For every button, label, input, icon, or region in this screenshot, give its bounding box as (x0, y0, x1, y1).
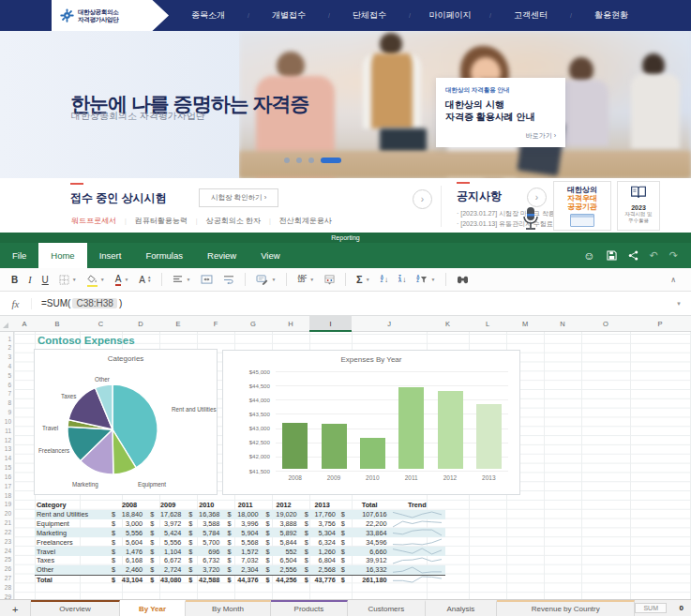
nav-item-0[interactable]: 종목소개 (174, 9, 242, 22)
underline-icon[interactable]: U (42, 275, 49, 285)
column-header-N[interactable]: N (544, 316, 581, 332)
ribbon-tab-view[interactable]: View (248, 243, 292, 268)
exam-link-0[interactable]: 워드프로세서 (71, 216, 116, 226)
row-header-12[interactable]: 12 (0, 437, 11, 443)
row-header-26[interactable]: 26 (0, 565, 11, 572)
exam-link-2[interactable]: 상공회의소 한자 (206, 216, 261, 226)
row-header-1[interactable]: 1 (0, 336, 11, 342)
sort-asc-icon[interactable]: AZ↓ (381, 276, 388, 284)
smiley-icon[interactable]: ☺ (583, 249, 594, 263)
row-header-4[interactable]: 4 (0, 363, 11, 369)
formula-bar-expand-icon[interactable]: ▼ (676, 301, 682, 307)
nav-item-1[interactable]: 개별접수 (255, 9, 323, 22)
add-sheet-button[interactable]: + (0, 600, 31, 616)
row-header-18[interactable]: 18 (0, 492, 11, 499)
row-header-6[interactable]: 6 (0, 382, 11, 388)
nav-item-2[interactable]: 단체접수 (336, 9, 403, 22)
nav-item-3[interactable]: 마이페이지 (416, 9, 484, 22)
sheet-tab-customers[interactable]: Customers (348, 600, 425, 616)
select-all-corner[interactable] (3, 323, 8, 328)
row-header-22[interactable]: 22 (0, 529, 11, 535)
bold-icon[interactable]: B (11, 275, 18, 285)
borders-icon[interactable]: ▼ (59, 275, 77, 285)
carousel-dot[interactable] (308, 158, 314, 163)
sheet-title-cell[interactable]: Contoso Expenses (38, 335, 135, 346)
bar-2012[interactable] (438, 391, 463, 470)
sort-filter-icon[interactable]: AZ▼ (416, 276, 435, 284)
row-header-3[interactable]: 3 (0, 353, 11, 360)
format-grid-icon[interactable] (324, 275, 335, 285)
ribbon-tab-review[interactable]: Review (195, 243, 248, 268)
ribbon-tab-insert[interactable]: Insert (87, 243, 134, 268)
comment-edit-icon[interactable]: ▼ (256, 275, 276, 285)
exam-link-1[interactable]: 컴퓨터활용능력 (135, 216, 188, 226)
autosum-icon[interactable]: Σ▼ (356, 274, 370, 285)
column-header-K[interactable]: K (427, 316, 469, 332)
row-header-17[interactable]: 17 (0, 483, 11, 489)
column-header-B[interactable]: B (35, 316, 80, 332)
carousel-dot[interactable] (296, 158, 302, 163)
collapse-toolbar-icon[interactable]: ∧ (670, 276, 676, 284)
save-icon[interactable] (607, 250, 617, 261)
carousel-dot[interactable] (284, 158, 290, 163)
fill-color-icon[interactable]: ▼ (87, 275, 105, 285)
undo-icon[interactable]: ↶ (650, 249, 658, 262)
row-header-14[interactable]: 14 (0, 455, 11, 461)
table-total-row[interactable]: Total$43,104$43,080$42,588$44,376$44,256… (35, 575, 445, 584)
find-icon[interactable] (457, 275, 469, 285)
table-row[interactable]: Taxes$6,168$6,672$6,732$7,032$6,504$6,80… (35, 556, 445, 565)
align-icon[interactable]: ▼ (173, 275, 190, 284)
row-header-25[interactable]: 25 (0, 556, 11, 563)
font-color-icon[interactable]: A▼ (115, 275, 129, 284)
column-header-A[interactable]: A (14, 316, 35, 332)
row-header-15[interactable]: 15 (0, 464, 11, 471)
row-header-9[interactable]: 9 (0, 409, 11, 415)
row-header-11[interactable]: 11 (0, 428, 11, 434)
nav-item-5[interactable]: 활용현황 (578, 9, 645, 22)
column-header-F[interactable]: F (197, 316, 234, 332)
bar-2008[interactable] (282, 423, 308, 469)
formula-input[interactable]: =SUM( C38:H38 ) (32, 298, 122, 308)
sheet-tab-by-month[interactable]: By Month (186, 600, 270, 616)
row-header-24[interactable]: 24 (0, 548, 11, 554)
status-sum-value[interactable]: 0 (670, 604, 683, 612)
column-header-O[interactable]: O (581, 316, 630, 332)
bar-2013[interactable] (476, 404, 502, 469)
ribbon-tab-file[interactable]: File (0, 243, 38, 268)
row-header-10[interactable]: 10 (0, 418, 11, 425)
bar-chart[interactable]: Expenses By Year $45,000$44,500$44,000$4… (222, 350, 520, 495)
row-header-5[interactable]: 5 (0, 372, 11, 379)
check-exam-site-button[interactable]: 시험장 확인하기 › (199, 188, 278, 207)
row-header-21[interactable]: 21 (0, 519, 11, 526)
table-row[interactable]: Freelancers$5,604$5,556$5,700$5,568$5,84… (35, 537, 445, 547)
fx-icon[interactable]: fx (0, 298, 32, 309)
banner-2023-exams[interactable]: 2023 자격시험 및 우수활용 (617, 181, 660, 231)
row-header-8[interactable]: 8 (0, 399, 11, 406)
row-header-16[interactable]: 16 (0, 473, 11, 480)
korea-logo[interactable]: 대한상공회의소 자격평가사업단 (52, 0, 169, 31)
row-header-7[interactable]: 7 (0, 390, 11, 397)
row-header-20[interactable]: 20 (0, 510, 11, 517)
column-header-E[interactable]: E (159, 316, 197, 332)
column-header-P[interactable]: P (630, 316, 690, 332)
ribbon-tab-formulas[interactable]: Formulas (133, 243, 195, 268)
sheet-tab-revenue-by-country[interactable]: Revenue by Country (497, 600, 635, 616)
bar-2011[interactable] (398, 387, 424, 469)
number-format-icon[interactable]: ABC123▼ (297, 276, 314, 284)
redo-icon[interactable]: ↷ (669, 249, 678, 262)
merge-cells-icon[interactable] (201, 275, 213, 284)
exam-link-3[interactable]: 전산회계운용사 (279, 216, 332, 226)
column-header-G[interactable]: G (234, 316, 272, 332)
quick-next-arrow-button[interactable]: › (413, 189, 432, 209)
column-header-M[interactable]: M (506, 316, 544, 332)
row-header-13[interactable]: 13 (0, 445, 11, 452)
share-icon[interactable] (628, 250, 638, 261)
row-header-27[interactable]: 27 (0, 575, 11, 581)
column-header-J[interactable]: J (352, 316, 427, 332)
column-header-H[interactable]: H (272, 316, 309, 332)
row-header-19[interactable]: 19 (0, 501, 11, 507)
table-row[interactable]: Rent and Utilities$18,840$17,628$16,368$… (35, 510, 445, 519)
table-row[interactable]: Other$2,460$2,724$3,720$2,304$2,556$2,56… (35, 565, 445, 575)
banner-public-agency[interactable]: 대한상의 자격우대 공공기관 (553, 181, 611, 231)
pie-chart[interactable]: Categories Rent and UtilitiesEquipmentMa… (34, 349, 218, 495)
